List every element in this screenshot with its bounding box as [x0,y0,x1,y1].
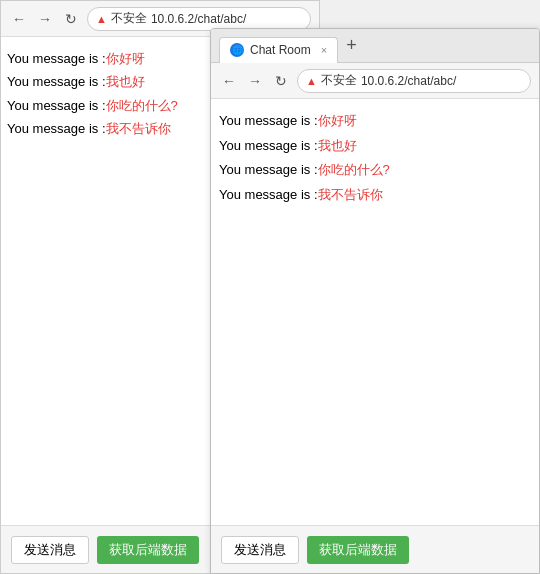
tab-favicon-icon: 🌐 [230,43,244,57]
fg-toolbar: ← → ↻ ▲ 不安全 10.0.6.2/chat/abc/ [211,63,539,99]
foreground-browser: 🌐 Chat Room × + ← → ↻ ▲ 不安全 10.0.6.2/cha… [210,28,540,574]
bg-insecure-text: 不安全 [111,10,147,27]
msg-prefix: You message is : [219,187,318,202]
fg-insecure-text: 不安全 [321,72,357,89]
bg-insecure-icon: ▲ [96,13,107,25]
msg-text: 我也好 [318,138,357,153]
msg-prefix: You message is : [219,138,318,153]
msg-prefix: You message is : [7,74,106,89]
fg-active-tab[interactable]: 🌐 Chat Room × [219,37,338,63]
msg-text: 我也好 [106,74,145,89]
fg-bottom-bar: 发送消息 获取后端数据 [211,525,540,573]
list-item: You message is :我不告诉你 [219,183,531,208]
bg-reload-button[interactable]: ↻ [61,9,81,29]
fg-tab-close-button[interactable]: × [321,44,327,56]
list-item: You message is :你好呀 [219,109,531,134]
msg-text: 你吃的什么? [106,98,178,113]
bg-forward-button[interactable]: → [35,9,55,29]
msg-prefix: You message is : [7,98,106,113]
msg-text: 我不告诉你 [318,187,383,202]
list-item: You message is :我也好 [219,134,531,159]
msg-text: 你好呀 [106,51,145,66]
fg-tab-bar: 🌐 Chat Room × + [211,29,539,63]
fg-new-tab-button[interactable]: + [346,35,357,56]
fg-insecure-icon: ▲ [306,75,317,87]
fg-back-button[interactable]: ← [219,71,239,91]
bg-url: 10.0.6.2/chat/abc/ [151,12,246,26]
msg-prefix: You message is : [219,162,318,177]
bg-address-bar[interactable]: ▲ 不安全 10.0.6.2/chat/abc/ [87,7,311,31]
fg-message-area: You message is :你好呀 You message is :我也好 … [211,99,539,218]
msg-prefix: You message is : [7,121,106,136]
fg-send-button[interactable]: 发送消息 [221,536,299,564]
msg-prefix: You message is : [219,113,318,128]
fg-fetch-button[interactable]: 获取后端数据 [307,536,409,564]
list-item: You message is :你吃的什么? [219,158,531,183]
msg-text: 我不告诉你 [106,121,171,136]
fg-address-bar[interactable]: ▲ 不安全 10.0.6.2/chat/abc/ [297,69,531,93]
fg-reload-button[interactable]: ↻ [271,71,291,91]
msg-text: 你吃的什么? [318,162,390,177]
bg-back-button[interactable]: ← [9,9,29,29]
fg-url: 10.0.6.2/chat/abc/ [361,74,456,88]
bg-fetch-button[interactable]: 获取后端数据 [97,536,199,564]
fg-tab-title: Chat Room [250,43,311,57]
bg-send-button[interactable]: 发送消息 [11,536,89,564]
fg-forward-button[interactable]: → [245,71,265,91]
msg-prefix: You message is : [7,51,106,66]
msg-text: 你好呀 [318,113,357,128]
